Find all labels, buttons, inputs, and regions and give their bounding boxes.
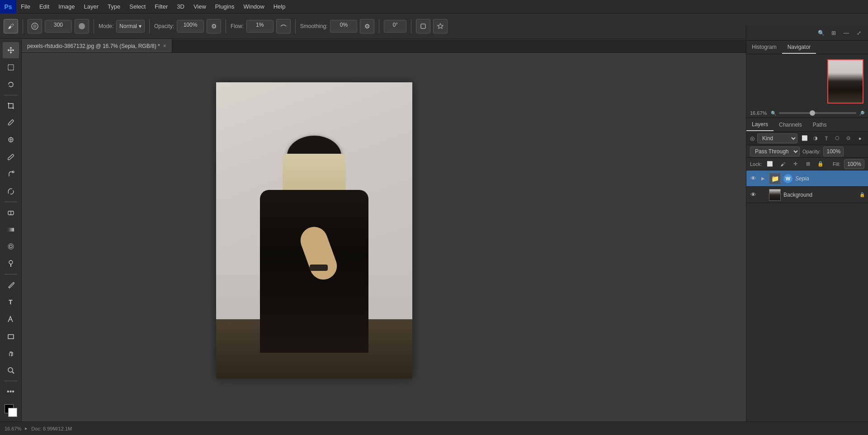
lasso-tool[interactable]	[3, 76, 19, 93]
menu-item-layer[interactable]: Layer	[80, 0, 104, 13]
panel-expand-btn[interactable]: ⤢	[854, 28, 864, 38]
opacity-value-input[interactable]	[823, 147, 844, 156]
color-swatches[interactable]	[3, 402, 19, 419]
filter-smartobj-btn[interactable]: ⊙	[844, 134, 853, 143]
panel-header: 🔍 ⊞ — ⤢	[746, 25, 868, 41]
pressure-btn[interactable]	[416, 19, 430, 33]
opacity-label: Opacity:	[802, 149, 821, 154]
menu-item-filter[interactable]: Filter	[150, 0, 172, 13]
filter-shape-btn[interactable]: ⬡	[833, 134, 842, 143]
brush-tool-btn[interactable]: 🖌	[4, 19, 18, 33]
nav-zoom-slider[interactable]	[779, 112, 856, 114]
layers-tab-layers[interactable]: Layers	[746, 118, 774, 131]
histogram-tab[interactable]: Histogram	[746, 41, 782, 54]
opacity-settings-btn[interactable]: ⚙	[207, 19, 221, 33]
lock-artboard-btn[interactable]: ⊞	[803, 160, 812, 169]
layer-visibility-background[interactable]: 👁	[749, 191, 757, 199]
menu-item-3d[interactable]: 3D	[172, 0, 189, 13]
document-tab-title: pexels-rfstudio-3867132.jpg @ 16.7% (Sep…	[27, 43, 160, 49]
dodge-tool[interactable]	[3, 255, 19, 272]
menu-item-file[interactable]: File	[16, 0, 35, 13]
navigator-preview	[746, 54, 868, 109]
eraser-tool[interactable]	[3, 204, 19, 221]
lock-pixels-btn[interactable]: 🖌	[778, 160, 787, 169]
smoothing-input[interactable]: 0%	[330, 20, 357, 33]
pen-tool[interactable]	[3, 277, 19, 293]
lock-all-btn[interactable]: 🔒	[816, 160, 825, 169]
gradient-tool[interactable]	[3, 222, 19, 238]
menu-item-edit[interactable]: Edit	[35, 0, 54, 13]
rectangular-marquee-tool[interactable]	[3, 59, 19, 76]
layers-tab-channels[interactable]: Channels	[774, 118, 807, 131]
layer-item-sepia[interactable]: 👁 ▶ 📁 W Sepia	[746, 170, 868, 187]
stylus-wheel-btn[interactable]	[433, 19, 448, 33]
layer-expand-sepia[interactable]: ▶	[760, 175, 766, 182]
layer-visibility-sepia[interactable]: 👁	[749, 175, 757, 183]
brush-tool-left[interactable]	[3, 149, 19, 165]
text-tool[interactable]: T	[3, 294, 19, 310]
svg-line-18	[12, 372, 14, 374]
eyedropper-tool[interactable]	[3, 114, 19, 131]
menu-item-view[interactable]: View	[189, 0, 211, 13]
move-tool[interactable]	[3, 42, 19, 58]
more-tools-btn[interactable]: •••	[3, 383, 19, 400]
menu-item-plugins[interactable]: Plugins	[211, 0, 239, 13]
left-tool-sep-3	[4, 274, 18, 274]
smoothing-settings-btn[interactable]: ⚙	[360, 19, 374, 33]
filter-type-btn[interactable]: T	[822, 134, 831, 143]
navigator-controls: 16.67% 🔍 🔎	[746, 109, 868, 118]
nav-slider-thumb[interactable]	[810, 110, 815, 116]
nav-zoom-value: 16.67%	[750, 110, 768, 116]
fill-value-input[interactable]	[844, 159, 864, 169]
navigator-section: Histogram Navigator 16.67% 🔍 🔎	[746, 41, 868, 118]
filter-kind-dropdown[interactable]: Kind	[757, 133, 797, 143]
panel-minimize-btn[interactable]: —	[841, 28, 852, 38]
layer-badge-sepia: W	[783, 174, 793, 183]
filter-adjustment-btn[interactable]: ◑	[811, 134, 820, 143]
filter-toggle-btn[interactable]: ●	[855, 134, 864, 143]
menu-item-image[interactable]: Image	[54, 0, 79, 13]
hand-tool[interactable]	[3, 345, 19, 362]
svg-marker-4	[438, 24, 443, 28]
menu-item-help[interactable]: Help	[269, 0, 290, 13]
angle-input[interactable]: 0°	[384, 20, 406, 33]
photo-content	[216, 82, 412, 378]
document-tab-close[interactable]: ✕	[163, 43, 166, 48]
navigator-thumbnail[interactable]	[827, 59, 863, 104]
navigator-tab[interactable]: Navigator	[782, 41, 816, 54]
rectangle-shape-tool[interactable]	[3, 328, 19, 345]
background-color[interactable]	[8, 408, 17, 417]
layers-tab-paths[interactable]: Paths	[807, 118, 832, 131]
menu-item-window[interactable]: Window	[239, 0, 269, 13]
toolbar-separator-7	[411, 19, 411, 33]
lock-position-btn[interactable]: ✛	[791, 160, 800, 169]
panel-arrange-btn[interactable]: ⊞	[828, 28, 839, 38]
lock-transparent-btn[interactable]: ⬜	[765, 160, 774, 169]
clone-stamp-tool[interactable]	[3, 166, 19, 182]
panel-search-btn[interactable]: 🔍	[816, 28, 826, 38]
filter-pixel-btn[interactable]: ⬜	[800, 134, 809, 143]
document-tab[interactable]: pexels-rfstudio-3867132.jpg @ 16.7% (Sep…	[22, 39, 172, 52]
zoom-in-icon[interactable]: 🔎	[859, 111, 864, 116]
path-selection-tool[interactable]	[3, 311, 19, 327]
airbrush-btn[interactable]	[276, 19, 291, 33]
zoom-out-icon[interactable]: 🔍	[771, 111, 776, 116]
svg-point-13	[9, 260, 13, 264]
healing-brush-tool[interactable]	[3, 132, 19, 148]
zoom-tool[interactable]	[3, 362, 19, 378]
opacity-input[interactable]: 100%	[177, 20, 204, 33]
blend-mode-dropdown[interactable]: Pass Through	[750, 147, 800, 156]
brush-size-input[interactable]: 300	[45, 20, 72, 33]
layers-lock-bar: Lock: ⬜ 🖌 ✛ ⊞ 🔒 Fill:	[746, 158, 868, 170]
menu-item-type[interactable]: Type	[103, 0, 125, 13]
crop-tool[interactable]	[3, 98, 19, 114]
blur-tool[interactable]	[3, 238, 19, 255]
mode-dropdown[interactable]: Normal ▾	[116, 20, 145, 33]
app-logo: Ps	[0, 0, 16, 14]
brush-preset-btn[interactable]	[28, 19, 42, 33]
flow-input[interactable]: 1%	[246, 20, 274, 33]
layer-item-background[interactable]: 👁 ▶ Background 🔒	[746, 187, 868, 203]
menu-item-select[interactable]: Select	[125, 0, 150, 13]
brush-hardness-btn[interactable]	[75, 19, 89, 33]
history-brush-tool[interactable]	[3, 183, 19, 199]
